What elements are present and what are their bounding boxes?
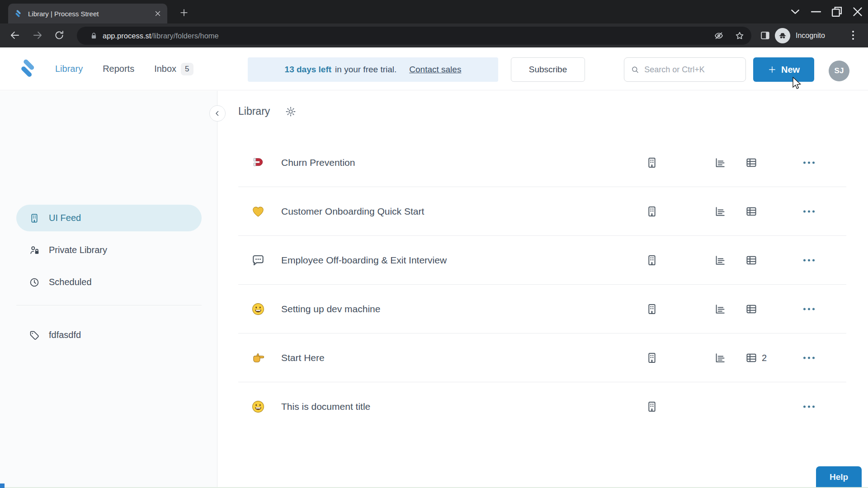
new-button[interactable]: New: [753, 57, 814, 82]
row-title: Start Here: [281, 352, 325, 363]
organization-icon[interactable]: [646, 156, 658, 169]
tab-close-icon[interactable]: [154, 9, 162, 18]
grinning-face-emoji: [251, 399, 265, 414]
page-title: Library: [238, 105, 270, 117]
sidebar-divider: [16, 305, 202, 305]
organization-icon[interactable]: [646, 352, 658, 364]
process-street-favicon-icon: [14, 9, 23, 18]
subscribe-button[interactable]: Subscribe: [511, 57, 585, 82]
library-row[interactable]: Customer Onboarding Quick Start: [238, 187, 846, 236]
report-chart-icon[interactable]: [714, 352, 726, 364]
nav-reports[interactable]: Reports: [103, 64, 134, 74]
organization-icon[interactable]: [646, 254, 658, 267]
inbox-count-badge: 5: [181, 63, 193, 75]
process-street-logo-icon[interactable]: [16, 57, 39, 80]
table-view-icon[interactable]: [745, 254, 758, 267]
speech-balloon-emoji: [251, 253, 265, 267]
sidebar-tag-fdfasdfd[interactable]: fdfasdfd: [16, 322, 202, 348]
sidebar-item-label: UI Feed: [49, 213, 81, 223]
url-host: app.process.st: [103, 32, 151, 40]
row-menu-button[interactable]: [803, 210, 815, 212]
trial-banner: 13 days left in your free trial. Contact…: [248, 57, 498, 82]
nav-library[interactable]: Library: [55, 64, 83, 74]
sidebar-item-scheduled[interactable]: Scheduled: [16, 269, 202, 296]
table-view-icon[interactable]: [745, 352, 758, 364]
trial-text: in your free trial.: [335, 65, 396, 75]
close-window-button[interactable]: [847, 4, 868, 19]
yellow-heart-emoji: [251, 204, 265, 219]
url-path: /library/folders/home: [151, 32, 218, 40]
lock-icon: [90, 32, 98, 40]
plus-icon: [768, 65, 777, 74]
row-menu-button[interactable]: [803, 406, 815, 408]
organization-icon[interactable]: [646, 400, 658, 413]
tab-strip: Library | Process Street: [0, 0, 868, 23]
help-button[interactable]: Help: [816, 466, 862, 488]
report-chart-icon[interactable]: [714, 254, 726, 267]
browser-tab[interactable]: Library | Process Street: [8, 4, 167, 23]
row-title: This is document title: [281, 401, 370, 412]
row-menu-button[interactable]: [803, 308, 815, 310]
library-row[interactable]: This is document title: [238, 382, 846, 431]
table-count: 2: [762, 352, 767, 363]
table-view-icon[interactable]: [745, 205, 758, 218]
sidebar-item-private-library[interactable]: Private Library: [16, 237, 202, 263]
bookmark-star-icon[interactable]: [734, 30, 745, 41]
app-header: Library Reports Inbox 5 13 days left in …: [0, 47, 868, 90]
window-controls: [785, 0, 868, 23]
table-view-icon[interactable]: [745, 156, 758, 169]
eye-off-icon[interactable]: [713, 30, 724, 41]
chevron-left-icon: [213, 109, 222, 117]
organization-icon[interactable]: [646, 303, 658, 315]
row-title: Churn Prevention: [281, 157, 355, 168]
building-icon: [29, 213, 40, 224]
side-panel-icon[interactable]: [760, 30, 771, 41]
back-button[interactable]: [9, 29, 21, 41]
row-menu-button[interactable]: [803, 259, 815, 261]
address-bar[interactable]: app.process.st /library/folders/home: [77, 27, 751, 45]
nav-inbox[interactable]: Inbox 5: [154, 63, 193, 75]
row-menu-button[interactable]: [803, 357, 815, 359]
library-list: Churn Prevention Customer Onboarding Qui…: [238, 138, 846, 431]
clock-icon: [29, 277, 40, 288]
organization-icon[interactable]: [646, 205, 658, 218]
minimize-button[interactable]: [806, 4, 826, 19]
mouse-cursor: [792, 77, 803, 91]
library-row[interactable]: Employee Off-boarding & Exit Interview: [238, 236, 846, 285]
tag-label: fdfasdfd: [49, 330, 81, 340]
library-row[interactable]: Setting up dev machine: [238, 285, 846, 333]
primary-nav: Library Reports Inbox 5: [55, 47, 193, 90]
contact-sales-link[interactable]: Contact sales: [409, 65, 461, 75]
incognito-label: Incognito: [796, 32, 825, 40]
row-title: Setting up dev machine: [281, 304, 380, 314]
trial-days-left: 13 days left: [285, 65, 332, 75]
pointing-right-emoji: [251, 351, 265, 365]
restore-button[interactable]: [826, 4, 847, 19]
global-search[interactable]: [624, 57, 746, 82]
tag-icon: [29, 330, 40, 341]
library-row[interactable]: Churn Prevention: [238, 138, 846, 187]
collapse-sidebar-button[interactable]: [209, 105, 226, 122]
sidebar-item-ui-feed[interactable]: UI Feed: [16, 205, 202, 231]
magnet-emoji: [251, 155, 265, 170]
tab-search-chevron-icon[interactable]: [785, 4, 806, 19]
library-settings-gear-icon[interactable]: [285, 106, 297, 117]
avatar[interactable]: SJ: [829, 61, 849, 81]
report-chart-icon[interactable]: [714, 205, 726, 218]
forward-button[interactable]: [32, 29, 43, 41]
table-view-icon[interactable]: [745, 303, 758, 315]
new-tab-button[interactable]: [179, 8, 189, 18]
report-chart-icon[interactable]: [714, 156, 726, 169]
row-menu-button[interactable]: [803, 161, 815, 164]
sidebar-item-label: Private Library: [49, 245, 107, 255]
browser-menu-button[interactable]: [852, 29, 854, 41]
reload-button[interactable]: [53, 29, 65, 41]
search-input[interactable]: [644, 65, 739, 75]
report-chart-icon[interactable]: [714, 303, 726, 315]
tab-title: Library | Process Street: [28, 10, 154, 18]
library-row[interactable]: Start Here 2: [238, 333, 846, 382]
search-icon: [631, 65, 639, 75]
sidebar-item-label: Scheduled: [49, 277, 92, 287]
person-lock-icon: [29, 245, 40, 256]
sidebar: UI Feed Private Library Scheduled fdfasd…: [0, 91, 217, 488]
